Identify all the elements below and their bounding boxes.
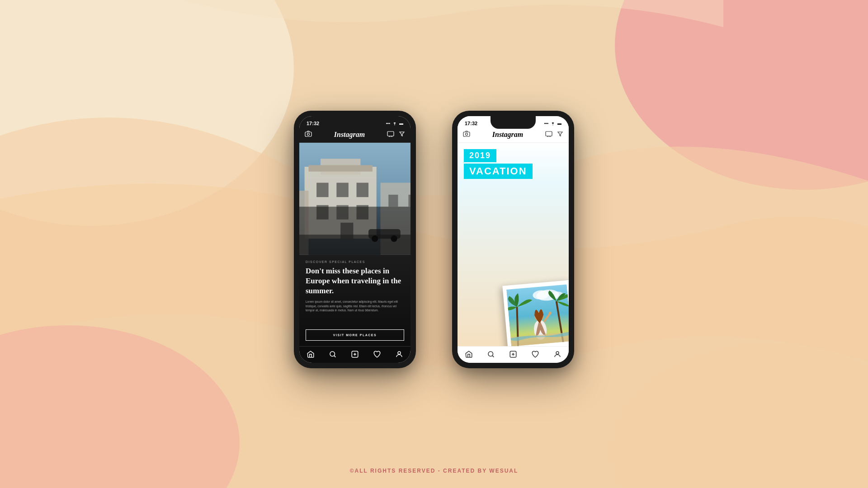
- phone-1: 17:32 ▪▪▪ ▬: [294, 111, 416, 368]
- phone-1-status-icons: ▪▪▪ ▬: [386, 121, 403, 126]
- camera-icon-left[interactable]: [305, 131, 312, 139]
- post-dark-image: [299, 143, 410, 255]
- polaroid-photo: [502, 280, 569, 346]
- post-dark: DISCOVER SPECIAL PLACES Don't miss these…: [299, 143, 410, 346]
- post-headline: Don't miss these places in Europe when t…: [306, 266, 404, 296]
- nav2-search-icon[interactable]: [487, 350, 495, 360]
- phone-2-bottom-nav: [458, 346, 569, 363]
- post-body: Lorem ipsum dolor sit amet, consectetur …: [306, 300, 404, 313]
- year-badge: 2019: [464, 149, 496, 162]
- nav-heart-icon[interactable]: [373, 350, 381, 360]
- building-scene: [299, 143, 410, 255]
- phone-2-notch: [491, 116, 536, 129]
- main-content: 17:32 ▪▪▪ ▬: [0, 0, 868, 488]
- svg-rect-39: [546, 131, 552, 136]
- phone-1-inner: 17:32 ▪▪▪ ▬: [299, 116, 410, 363]
- svg-rect-6: [305, 132, 311, 136]
- svg-rect-25: [388, 195, 398, 207]
- svg-point-33: [330, 352, 335, 357]
- nav-add-icon[interactable]: [351, 350, 359, 360]
- phone-2-status-icons: ▪▪▪ ▬: [544, 121, 561, 126]
- post-dark-text: DISCOVER SPECIAL PLACES Don't miss these…: [299, 255, 410, 347]
- discover-label: DISCOVER SPECIAL PLACES: [306, 260, 404, 263]
- tv-icon[interactable]: [387, 131, 394, 139]
- vacation-background: 2019 VACATION: [458, 143, 569, 346]
- filter-icon[interactable]: [399, 131, 405, 139]
- signal-icon: ▪▪▪: [386, 121, 390, 126]
- svg-rect-32: [299, 206, 410, 254]
- nav-profile-icon[interactable]: [395, 350, 403, 360]
- svg-rect-8: [387, 131, 394, 136]
- svg-rect-26: [408, 195, 410, 207]
- post-vacation: 2019 VACATION: [458, 143, 569, 346]
- svg-point-51: [488, 352, 493, 357]
- tv2-icon[interactable]: [545, 131, 552, 139]
- polaroid-scene: [506, 284, 569, 346]
- svg-point-35: [398, 352, 401, 354]
- svg-rect-15: [357, 183, 369, 197]
- battery2-icon: ▬: [557, 121, 561, 126]
- svg-rect-12: [308, 165, 372, 172]
- phone-2-inner: 17:32 ▪▪▪ ▬: [458, 116, 569, 363]
- phone-2-ig-title: Instagram: [492, 131, 523, 139]
- signal-bars-icon: ▪▪▪: [544, 121, 548, 126]
- phones-container: 17:32 ▪▪▪ ▬: [294, 111, 574, 368]
- phone-1-ig-title: Instagram: [334, 131, 365, 139]
- svg-point-36: [552, 125, 553, 125]
- phone-1-ig-right-icons: [387, 131, 405, 139]
- phone-2-time: 17:32: [465, 121, 477, 126]
- nav-home-icon[interactable]: [307, 350, 315, 360]
- phone-1-time: 17:32: [307, 121, 319, 126]
- svg-rect-37: [463, 132, 470, 136]
- phone-2-ig-header: Instagram: [458, 129, 569, 143]
- phone-2: 17:32 ▪▪▪ ▬: [452, 111, 574, 368]
- svg-point-53: [556, 352, 559, 354]
- battery-icon: ▬: [399, 121, 403, 126]
- wifi2-icon: [550, 121, 556, 126]
- phone-2-feed: 2019 VACATION: [458, 143, 569, 346]
- filter2-icon[interactable]: [557, 131, 563, 139]
- visit-more-places-button[interactable]: VISIT MORE PLACES: [306, 329, 404, 341]
- svg-point-38: [466, 133, 468, 136]
- phone-2-ig-right-icons: [545, 131, 563, 139]
- nav2-heart-icon[interactable]: [531, 350, 539, 360]
- phone-1-ig-header: Instagram: [299, 129, 410, 143]
- page-footer: ©ALL RIGHTS RESERVED - CREATED BY WESUAL: [0, 466, 868, 474]
- nav-search-icon[interactable]: [329, 350, 337, 360]
- nav2-profile-icon[interactable]: [553, 350, 561, 360]
- footer-text: ©ALL RIGHTS RESERVED - CREATED BY WESUAL: [350, 468, 519, 474]
- svg-rect-13: [316, 183, 329, 197]
- nav2-home-icon[interactable]: [465, 350, 473, 360]
- phone-1-feed: DISCOVER SPECIAL PLACES Don't miss these…: [299, 143, 410, 346]
- nav2-add-icon[interactable]: [509, 350, 517, 360]
- phone-1-bottom-nav: [299, 346, 410, 363]
- camera2-icon-left[interactable]: [463, 131, 470, 139]
- wifi-icon: [392, 121, 397, 126]
- vacation-badge: VACATION: [464, 164, 533, 179]
- svg-rect-14: [336, 183, 349, 197]
- svg-point-7: [307, 133, 310, 136]
- phone-1-notch: [332, 116, 377, 129]
